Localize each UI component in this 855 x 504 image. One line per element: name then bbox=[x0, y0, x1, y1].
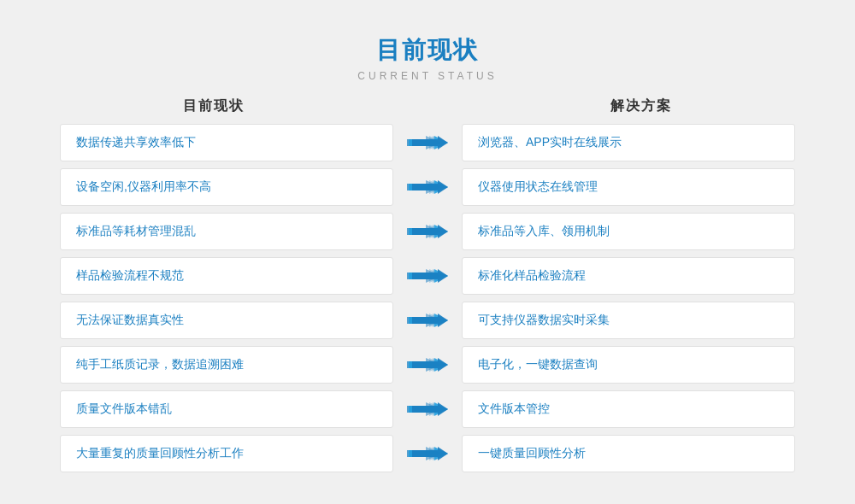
table-row: 设备空闲,仪器利用率不高 仪器使用状态在线管理 bbox=[60, 168, 795, 206]
columns-header: 目前现状 解决方案 bbox=[60, 97, 795, 115]
rows-container: 数据传递共享效率低下 浏览器、APP实时在线展示设备空闲,仪器利用率不高 bbox=[60, 124, 795, 472]
page-container: 目前现状 CURRENT STATUS 目前现状 解决方案 数据传递共享效率低下 bbox=[0, 17, 855, 504]
title-section: 目前现状 CURRENT STATUS bbox=[357, 34, 497, 82]
arrow-icon bbox=[393, 131, 462, 155]
right-column-header: 解决方案 bbox=[428, 97, 787, 115]
table-row: 样品检验流程不规范 标准化样品检验流程 bbox=[60, 257, 795, 295]
right-cell: 可支持仪器数据实时采集 bbox=[462, 302, 795, 339]
arrow-icon bbox=[393, 397, 462, 421]
arrow-icon bbox=[393, 442, 462, 466]
right-cell: 浏览器、APP实时在线展示 bbox=[462, 124, 795, 161]
left-cell: 纯手工纸质记录，数据追溯困难 bbox=[60, 346, 393, 384]
right-cell: 标准化样品检验流程 bbox=[462, 257, 795, 295]
table-row: 无法保证数据真实性 可支持仪器数据实时采集 bbox=[60, 302, 795, 339]
right-cell: 一键质量回顾性分析 bbox=[462, 435, 795, 472]
left-cell: 数据传递共享效率低下 bbox=[60, 124, 393, 161]
arrow-icon bbox=[393, 175, 462, 199]
left-cell: 标准品等耗材管理混乱 bbox=[60, 213, 393, 250]
table-row: 数据传递共享效率低下 浏览器、APP实时在线展示 bbox=[60, 124, 795, 161]
arrow-icon bbox=[393, 308, 462, 332]
left-cell: 大量重复的质量回顾性分析工作 bbox=[60, 435, 393, 472]
left-cell: 无法保证数据真实性 bbox=[60, 302, 393, 339]
left-cell: 设备空闲,仪器利用率不高 bbox=[60, 168, 393, 206]
right-cell: 标准品等入库、领用机制 bbox=[462, 213, 795, 250]
main-title: 目前现状 bbox=[357, 34, 497, 67]
subtitle: CURRENT STATUS bbox=[357, 70, 497, 82]
arrow-icon bbox=[393, 264, 462, 288]
right-cell: 电子化，一键数据查询 bbox=[462, 346, 795, 384]
left-cell: 质量文件版本错乱 bbox=[60, 390, 393, 428]
table-row: 纯手工纸质记录，数据追溯困难 电子化，一键数据查询 bbox=[60, 346, 795, 384]
right-cell: 仪器使用状态在线管理 bbox=[462, 168, 795, 206]
table-row: 质量文件版本错乱 文件版本管控 bbox=[60, 390, 795, 428]
arrow-icon bbox=[393, 353, 462, 377]
left-column-header: 目前现状 bbox=[68, 97, 428, 115]
arrow-icon bbox=[393, 220, 462, 243]
table-row: 大量重复的质量回顾性分析工作 一键质量回顾性分析 bbox=[60, 435, 795, 472]
table-row: 标准品等耗材管理混乱 标准品等入库、领用机制 bbox=[60, 213, 795, 250]
right-cell: 文件版本管控 bbox=[462, 390, 795, 428]
left-cell: 样品检验流程不规范 bbox=[60, 257, 393, 295]
